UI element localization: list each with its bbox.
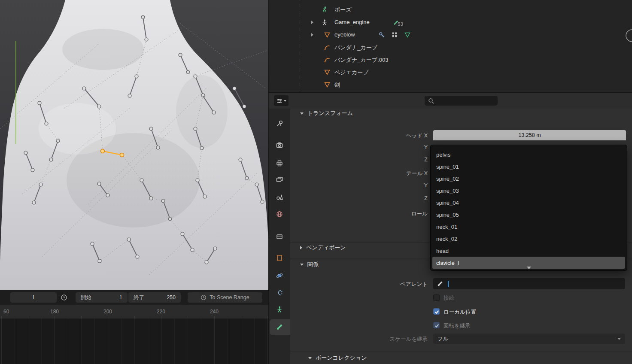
printer-icon bbox=[276, 159, 283, 167]
outliner-row-pose[interactable]: ポーズ bbox=[269, 3, 632, 15]
check-icon bbox=[434, 323, 440, 328]
inherit-scale-label: スケールを継承 bbox=[359, 336, 428, 343]
panel-header-transform[interactable]: トランスフォーム bbox=[300, 110, 353, 117]
dropdown-item[interactable]: pelvis bbox=[431, 149, 627, 161]
viewport-canvas[interactable] bbox=[0, 0, 268, 290]
outliner-row-eyeblow[interactable]: eyeblow bbox=[269, 29, 632, 41]
mesh-data-icon bbox=[324, 69, 331, 76]
tail-z-label: Z bbox=[359, 195, 428, 201]
outliner-row-sword[interactable]: 剣 bbox=[269, 79, 632, 91]
object-square-icon bbox=[276, 254, 283, 262]
mesh-outline-icon bbox=[404, 31, 411, 38]
tab-constraints[interactable] bbox=[273, 287, 286, 299]
outliner: ポーズ Game_engine 53 eyeblow bbox=[268, 0, 632, 92]
outliner-row-label: Game_engine bbox=[334, 19, 370, 25]
outliner-row-game-engine[interactable]: Game_engine 53 bbox=[269, 16, 632, 28]
bone-icon bbox=[437, 280, 444, 287]
current-frame-value: 1 bbox=[32, 294, 35, 300]
outliner-row-bezier-curve[interactable]: ベジエカーブ bbox=[269, 66, 632, 78]
tab-world[interactable] bbox=[273, 208, 286, 220]
dropdown-item[interactable]: head bbox=[431, 245, 627, 257]
dropdown-item[interactable]: spine_01 bbox=[431, 161, 627, 173]
tab-object[interactable] bbox=[273, 252, 286, 264]
scroll-down-indicator-icon[interactable] bbox=[527, 267, 531, 269]
outliner-row-bandana-curve[interactable]: バンダナ_カーブ bbox=[269, 41, 632, 53]
dropdown-item[interactable]: spine_03 bbox=[431, 185, 627, 197]
roll-label: ロール bbox=[359, 210, 428, 218]
tab-collection[interactable] bbox=[273, 231, 286, 243]
camera-icon bbox=[276, 141, 283, 149]
dropdown-item[interactable]: spine_02 bbox=[431, 173, 627, 185]
blender-window: 1 開始 1 終了 250 To Scene Range bbox=[0, 0, 632, 364]
outliner-row-label: eyeblow bbox=[334, 31, 355, 38]
curve-data-icon bbox=[324, 44, 331, 51]
sidebar-collapse-handle[interactable] bbox=[625, 29, 632, 42]
frame-start-field[interactable]: 開始 1 bbox=[76, 292, 128, 303]
curve-data-icon bbox=[324, 56, 331, 63]
parent-search-field[interactable] bbox=[433, 278, 625, 289]
tab-tool[interactable] bbox=[273, 118, 286, 130]
frame-start-label: 開始 bbox=[81, 294, 91, 301]
timeline-ruler[interactable]: 60 180 200 220 240 bbox=[0, 305, 268, 318]
local-location-checkbox[interactable] bbox=[433, 308, 440, 315]
modifier-grid-icon bbox=[391, 31, 398, 38]
outliner-row-bandana-curve-003[interactable]: バンダナ_カーブ.003 bbox=[269, 54, 632, 66]
timeline-tracks[interactable] bbox=[0, 318, 268, 364]
to-scene-range-button[interactable]: To Scene Range bbox=[188, 292, 262, 303]
connected-checkbox[interactable] bbox=[433, 294, 440, 301]
tail-y-label: Y bbox=[359, 182, 428, 188]
chevron-down-icon bbox=[284, 100, 286, 102]
dropdown-item[interactable]: spine_04 bbox=[431, 197, 627, 209]
head-y-label: Y bbox=[359, 144, 428, 150]
inherit-scale-value: フル bbox=[438, 335, 449, 343]
tab-object-data[interactable] bbox=[273, 303, 286, 315]
head-x-value: 13.258 m bbox=[518, 132, 541, 138]
local-location-label: ローカル位置 bbox=[444, 309, 476, 316]
panel-title: トランスフォーム bbox=[307, 109, 353, 117]
panel-title: ボーンコレクション bbox=[316, 354, 367, 362]
panel-header-relations[interactable]: 関係 bbox=[300, 261, 319, 268]
chevron-down-icon bbox=[617, 338, 621, 340]
box-icon bbox=[276, 233, 283, 240]
timeline-header: 1 開始 1 終了 250 To Scene Range bbox=[0, 290, 268, 305]
frame-end-field[interactable]: 終了 250 bbox=[128, 292, 181, 303]
expand-arrow-icon[interactable] bbox=[311, 33, 313, 36]
ruler-label: 180 bbox=[50, 309, 59, 315]
bone-parent-dropdown: pelvis spine_01 spine_02 spine_03 spine_… bbox=[430, 145, 627, 271]
editor-type-selector[interactable] bbox=[274, 95, 289, 106]
ruler-label: 240 bbox=[210, 309, 219, 315]
constraint-clamp-icon bbox=[276, 289, 283, 297]
tab-bone[interactable] bbox=[273, 321, 286, 333]
pictures-icon bbox=[276, 176, 283, 184]
properties-header bbox=[269, 93, 632, 109]
tab-output[interactable] bbox=[273, 157, 286, 169]
dropdown-item[interactable]: neck_02 bbox=[431, 233, 627, 245]
pose-icon bbox=[321, 6, 328, 13]
timeline-editor: 1 開始 1 終了 250 To Scene Range bbox=[0, 290, 268, 364]
current-frame-field[interactable]: 1 bbox=[10, 292, 57, 303]
clock-icon bbox=[201, 294, 207, 300]
head-x-field[interactable]: 13.258 m bbox=[433, 130, 626, 140]
tab-render[interactable] bbox=[273, 139, 286, 151]
tab-scene[interactable] bbox=[273, 191, 286, 203]
head-z-label: Z bbox=[359, 157, 428, 163]
mesh-data-icon bbox=[324, 81, 331, 88]
panel-header-bone-collections[interactable]: ボーンコレクション bbox=[308, 355, 367, 361]
tab-view-layer[interactable] bbox=[273, 174, 286, 186]
tool-icon bbox=[276, 120, 283, 127]
tab-physics[interactable] bbox=[273, 270, 286, 282]
ruler-label: 220 bbox=[157, 309, 165, 315]
viewport-3d[interactable] bbox=[0, 0, 268, 290]
playback-time-button[interactable] bbox=[61, 294, 67, 301]
expand-arrow-icon[interactable] bbox=[311, 21, 313, 24]
inherit-scale-select[interactable]: フル bbox=[433, 334, 625, 344]
properties-search-input[interactable] bbox=[425, 96, 498, 106]
panel-header-bendy-bones[interactable]: ベンディボーン bbox=[300, 244, 346, 251]
outliner-row-label: 剣 bbox=[334, 81, 340, 89]
stick-figure-icon bbox=[321, 19, 328, 26]
dropdown-item[interactable]: spine_05 bbox=[431, 209, 627, 221]
outliner-row-label: バンダナ_カーブ.003 bbox=[334, 56, 388, 64]
dropdown-item[interactable]: neck_01 bbox=[431, 221, 627, 233]
inherit-rotation-checkbox[interactable] bbox=[433, 322, 440, 328]
chevron-down-icon bbox=[300, 264, 304, 266]
